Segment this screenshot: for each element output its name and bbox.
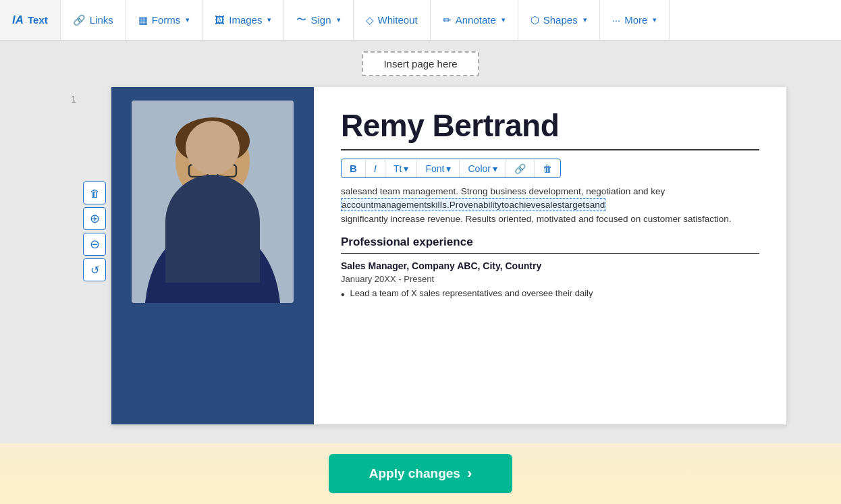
images-arrow-icon: ▾	[267, 16, 271, 24]
toolbar-btn-links-label: Links	[90, 14, 113, 26]
zoom-out-icon: ⊖	[90, 237, 100, 252]
toolbar-btn-forms-label: Forms	[152, 14, 181, 26]
delete-text-button[interactable]: 🗑	[535, 160, 560, 177]
font-arrow-icon: ▾	[446, 163, 451, 174]
name-divider	[341, 149, 759, 150]
bold-button[interactable]: B	[342, 159, 366, 177]
main-content: Insert page here 1 🗑 ⊕ ⊖ ↺	[0, 40, 841, 504]
zoom-in-icon: ⊕	[90, 211, 100, 226]
sign-arrow-icon: ▾	[337, 16, 341, 24]
toolbar-btn-images[interactable]: 🖼 Images ▾	[202, 0, 284, 40]
forms-arrow-icon: ▾	[186, 16, 190, 24]
toolbar-btn-annotate[interactable]: ✏ Annotate ▾	[431, 0, 518, 40]
toolbar-btn-more[interactable]: ··· More ▾	[600, 0, 670, 40]
profile-photo	[132, 101, 294, 303]
toolbar-btn-forms[interactable]: ▦ Forms ▾	[126, 0, 203, 40]
summary-text: salesand team management. Strong busines…	[341, 185, 759, 226]
trash-icon: 🗑	[90, 188, 100, 199]
job-title: Sales Manager, Company ABC, City, Countr…	[341, 260, 759, 271]
toolbar-btn-sign-label: Sign	[310, 14, 331, 26]
font-button[interactable]: Font ▾	[417, 160, 460, 177]
insert-page-label: Insert page here	[383, 58, 457, 69]
summary-highlighted: accountmanagementskilIs.Provenabilitytoa…	[341, 198, 605, 211]
zoom-out-button[interactable]: ⊖	[83, 233, 106, 256]
section-professional-title: Professional experience	[341, 235, 759, 249]
toolbar-btn-images-label: Images	[229, 14, 262, 26]
job-bullet-1-text: Lead a team of X sales representatives a…	[350, 288, 593, 298]
toolbar-btn-annotate-label: Annotate	[456, 14, 496, 26]
toolbar-btn-sign[interactable]: 〜 Sign ▾	[284, 0, 353, 40]
annotate-icon: ✏	[443, 14, 452, 26]
text-icon: IA	[12, 13, 24, 27]
doc-sidebar	[111, 87, 314, 424]
toolbar-btn-whiteout[interactable]: ◇ Whiteout	[354, 0, 431, 40]
bold-label: B	[350, 163, 357, 174]
color-button[interactable]: Color ▾	[460, 160, 506, 177]
italic-label: I	[374, 163, 377, 174]
more-arrow-icon: ▾	[653, 16, 657, 24]
toolbar-btn-whiteout-label: Whiteout	[378, 14, 418, 26]
person-name: Remy Bertrand	[341, 107, 759, 144]
sign-icon: 〜	[296, 13, 306, 26]
doc-content: Remy Bertrand B I Tt ▾ Font	[314, 87, 786, 424]
toolbar-btn-text-label: Text	[28, 14, 48, 26]
document: Remy Bertrand B I Tt ▾ Font	[111, 87, 786, 424]
text-size-label: Tt	[394, 163, 402, 174]
text-size-arrow-icon: ▾	[404, 163, 408, 174]
apply-changes-arrow-icon: ›	[467, 465, 472, 482]
more-icon: ···	[612, 14, 621, 26]
forms-icon: ▦	[138, 14, 148, 26]
toolbar-btn-shapes[interactable]: ⬡ Shapes ▾	[518, 0, 600, 40]
toolbar-btn-shapes-label: Shapes	[543, 14, 578, 26]
annotate-arrow-icon: ▾	[501, 16, 506, 24]
svg-point-2	[175, 117, 250, 165]
section-divider	[341, 253, 759, 254]
page-number: 1	[49, 87, 76, 424]
zoom-in-button[interactable]: ⊕	[83, 207, 106, 230]
page-wrapper: 1 🗑 ⊕ ⊖ ↺	[49, 87, 792, 424]
apply-changes-label: Apply changes	[369, 466, 460, 481]
italic-button[interactable]: I	[366, 159, 385, 177]
summary-text-1: salesand team management. Strong busines…	[341, 186, 665, 196]
page-tools: 🗑 ⊕ ⊖ ↺	[83, 87, 106, 424]
insert-page-banner: Insert page here	[0, 40, 841, 87]
toolbar-btn-links[interactable]: 🔗 Links	[61, 0, 126, 40]
text-size-button[interactable]: Tt ▾	[385, 160, 417, 177]
format-toolbar: B I Tt ▾ Font ▾ Color ▾	[341, 159, 561, 178]
rotate-icon: ↺	[90, 264, 99, 277]
toolbar-btn-text[interactable]: IA Text	[0, 0, 61, 40]
main-toolbar: IA Text 🔗 Links ▦ Forms ▾ 🖼 Images ▾ 〜 S…	[0, 0, 841, 40]
delete-icon: 🗑	[543, 163, 552, 174]
whiteout-icon: ◇	[366, 14, 374, 26]
shapes-icon: ⬡	[531, 14, 539, 26]
summary-text-2: significantly increase revenue. Results …	[341, 214, 732, 224]
apply-changes-button[interactable]: Apply changes ›	[329, 454, 512, 493]
rotate-button[interactable]: ↺	[83, 258, 106, 281]
person-svg	[132, 101, 294, 303]
color-label: Color	[468, 163, 490, 174]
link-button[interactable]: 🔗	[506, 160, 535, 177]
font-label: Font	[425, 163, 444, 174]
color-arrow-icon: ▾	[493, 163, 497, 174]
insert-page-button[interactable]: Insert page here	[362, 51, 479, 76]
job-date: January 20XX - Present	[341, 274, 759, 284]
link-icon: 🔗	[73, 14, 86, 26]
apply-changes-bar: Apply changes ›	[0, 443, 841, 504]
delete-element-button[interactable]: 🗑	[83, 181, 106, 204]
link-icon: 🔗	[514, 163, 526, 174]
shapes-arrow-icon: ▾	[583, 16, 587, 24]
job-bullet-1: Lead a team of X sales representatives a…	[341, 288, 759, 302]
images-icon: 🖼	[215, 14, 225, 26]
toolbar-btn-more-label: More	[624, 14, 647, 26]
